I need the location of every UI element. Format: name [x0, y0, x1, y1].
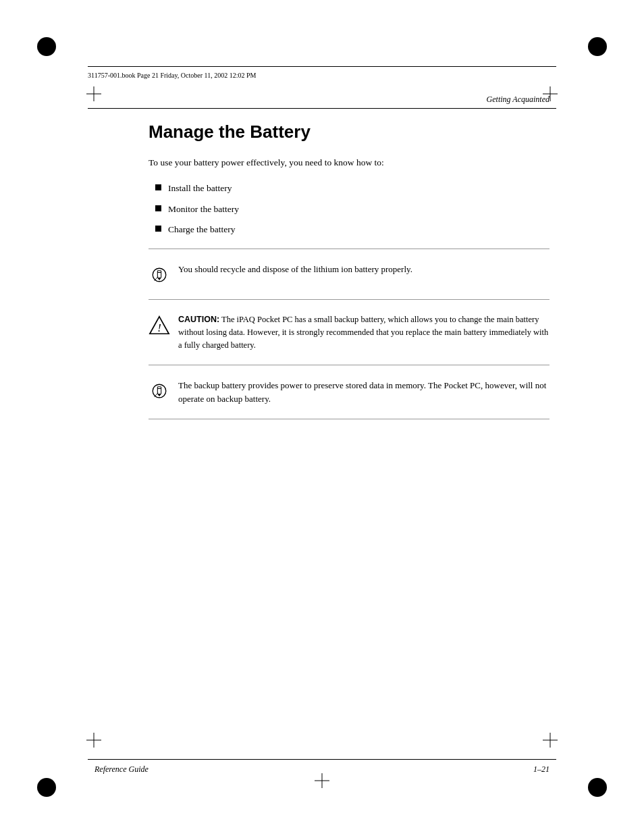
bullet-item-3: Charge the battery — [168, 223, 235, 236]
note-box-2: The backup battery provides power to pre… — [149, 372, 549, 412]
footer-right: 1–21 — [533, 764, 549, 775]
bullet-list: Install the battery Monitor the battery … — [149, 182, 549, 236]
caution-label: CAUTION: — [178, 315, 219, 324]
caution-box: ! CAUTION: The iPAQ Pocket PC has a smal… — [149, 307, 549, 358]
list-item: Install the battery — [155, 182, 549, 195]
bullet-icon — [155, 226, 161, 232]
registration-mark-tr — [588, 37, 607, 56]
registration-mark-bl — [37, 778, 56, 797]
note-box-1: You should recycle and dispose of the li… — [149, 256, 549, 292]
list-item: Monitor the battery — [155, 203, 549, 216]
footer-rule — [88, 759, 556, 760]
crosshair-inner-br — [543, 733, 558, 748]
svg-marker-12 — [157, 278, 161, 280]
bullet-icon — [155, 184, 161, 190]
note-pencil-icon-2 — [149, 380, 170, 402]
divider-1 — [149, 249, 549, 249]
caution-text: CAUTION: The iPAQ Pocket PC has a small … — [178, 313, 549, 351]
section-title: Getting Acquainted — [487, 95, 549, 105]
page-title: Manage the Battery — [149, 122, 549, 142]
page-header: 311757-001.book Page 21 Friday, October … — [88, 66, 556, 80]
header-rule — [88, 108, 556, 109]
page-footer: Reference Guide 1–21 — [95, 764, 549, 775]
divider-3 — [149, 365, 549, 365]
divider-2 — [149, 299, 549, 300]
bullet-icon — [155, 205, 161, 211]
svg-line-14 — [155, 277, 158, 280]
svg-line-22 — [155, 393, 158, 396]
crosshair-bottom-center — [315, 773, 329, 788]
file-info: 311757-001.book Page 21 Friday, October … — [88, 72, 256, 79]
note-text-2: The backup battery provides power to pre… — [178, 379, 549, 405]
note-pencil-icon-1 — [149, 264, 170, 286]
caution-body: The iPAQ Pocket PC has a small backup ba… — [178, 315, 548, 350]
intro-text: To use your battery power effectively, y… — [149, 156, 549, 170]
footer-left: Reference Guide — [95, 764, 149, 775]
list-item: Charge the battery — [155, 223, 549, 236]
svg-text:!: ! — [157, 321, 161, 334]
crosshair-inner-tl — [86, 86, 101, 101]
bullet-item-2: Monitor the battery — [168, 203, 239, 216]
registration-mark-tl — [37, 37, 56, 56]
crosshair-inner-bl — [86, 733, 101, 748]
caution-triangle-icon: ! — [149, 315, 170, 336]
registration-mark-br — [588, 778, 607, 797]
bullet-item-1: Install the battery — [168, 182, 232, 195]
main-content: Manage the Battery To use your battery p… — [149, 122, 549, 426]
svg-marker-20 — [157, 394, 161, 397]
divider-4 — [149, 419, 549, 419]
note-text-1: You should recycle and dispose of the li… — [178, 263, 412, 276]
